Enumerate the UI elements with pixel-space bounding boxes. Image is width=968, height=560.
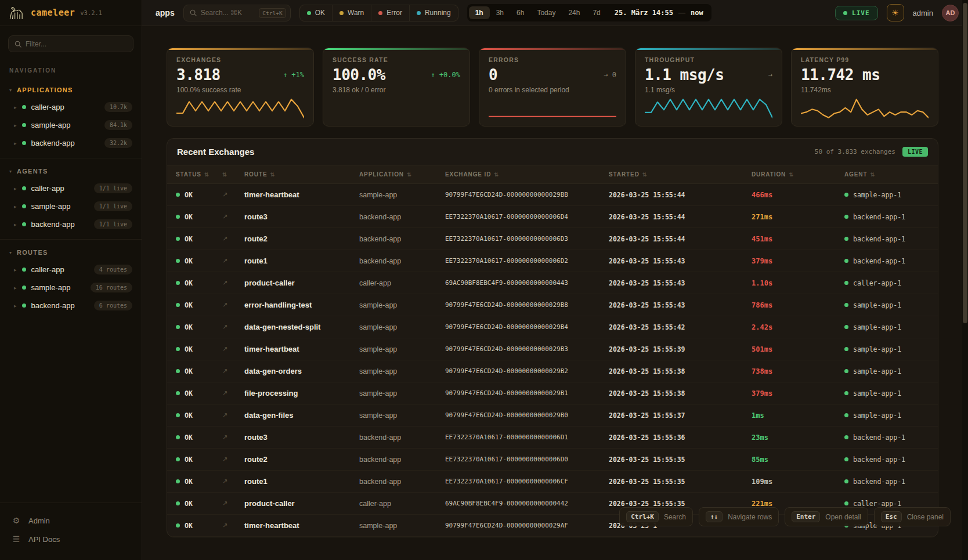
time-range-6h[interactable]: 6h	[510, 6, 530, 19]
open-trace-icon[interactable]: ↗	[222, 301, 244, 309]
table-row[interactable]: OK↗timer-heartbeatsample-app90799F47E6CD…	[167, 338, 938, 360]
status-filter-label: Error	[387, 9, 402, 17]
ok-status-dot	[176, 193, 180, 197]
cell-route: route3	[244, 212, 359, 221]
kpi-card-exchanges[interactable]: EXCHANGES3.818↑ +1%100.0% success rate	[167, 48, 314, 127]
avatar[interactable]: AD	[942, 5, 959, 21]
hint-kbd: Esc	[881, 511, 902, 522]
table-row[interactable]: OK↗route1backend-appEE7322370A10617-0000…	[167, 471, 938, 493]
table-row[interactable]: OK↗data-gen-orderssample-app90799F47E6CD…	[167, 360, 938, 382]
cell-agent: sample-app-1	[844, 323, 938, 331]
sidebar-item-backend-app[interactable]: ▸backend-app6 routes	[0, 297, 142, 315]
sidebar-item-sample-app[interactable]: ▸sample-app1/1 live	[0, 197, 142, 215]
cell-agent: backend-app-1	[844, 456, 938, 464]
section-header-applications[interactable]: ▾APPLICATIONS	[0, 82, 142, 98]
column-header-route[interactable]: ROUTE⇅	[244, 171, 359, 178]
section-header-agents[interactable]: ▾AGENTS	[0, 163, 142, 179]
open-trace-icon[interactable]: ↗	[222, 478, 244, 485]
sort-icon: ⇅	[407, 172, 411, 178]
table-row[interactable]: OK↗route3backend-appEE7322370A10617-0000…	[167, 427, 938, 449]
live-badge[interactable]: LIVE	[835, 6, 878, 20]
open-trace-icon[interactable]: ↗	[222, 433, 244, 441]
column-header-started[interactable]: STARTED⇅	[609, 171, 752, 178]
open-trace-icon[interactable]: ↗	[222, 257, 244, 265]
table-row[interactable]: OK↗timer-heartbeatsample-app90799F47E6CD…	[167, 184, 938, 206]
open-trace-icon[interactable]: ↗	[222, 456, 244, 463]
open-trace-icon[interactable]: ↗	[222, 411, 244, 419]
scrollbar-thumb[interactable]	[963, 3, 967, 323]
time-range-7d[interactable]: 7d	[586, 6, 606, 19]
hint-label: Navigate rows	[728, 513, 772, 521]
sidebar-item-backend-app[interactable]: ▸backend-app32.2k	[0, 134, 142, 152]
cell-route: data-gen-nested-split	[244, 323, 359, 331]
column-header-agent[interactable]: AGENT⇅	[844, 171, 938, 178]
open-trace-icon[interactable]: ↗	[222, 235, 244, 243]
kpi-subtitle: 0 errors in selected period	[489, 86, 616, 94]
status-filter-running[interactable]: Running	[409, 5, 458, 21]
status-label: OK	[185, 191, 193, 199]
table-row[interactable]: OK↗route1backend-appEE7322370A10617-0000…	[167, 250, 938, 272]
theme-toggle-button[interactable]: ☀	[887, 4, 904, 21]
table-row[interactable]: OK↗product-callercaller-app69AC90BF8EBC4…	[167, 272, 938, 294]
table-row[interactable]: OK↗file-processingsample-app90799F47E6CD…	[167, 382, 938, 404]
sidebar-item-caller-app[interactable]: ▸caller-app1/1 live	[0, 179, 142, 197]
open-trace-icon[interactable]: ↗	[222, 213, 244, 221]
status-label: OK	[185, 433, 193, 442]
kpi-card-errors[interactable]: ERRORS0→ 00 errors in selected period	[479, 48, 626, 127]
status-filter-warn[interactable]: Warn	[332, 5, 371, 21]
filter-input[interactable]	[26, 40, 127, 48]
table-row[interactable]: OK↗route3backend-appEE7322370A10617-0000…	[167, 206, 938, 228]
table-row[interactable]: OK↗error-handling-testsample-app90799F47…	[167, 294, 938, 316]
time-range-24h[interactable]: 24h	[562, 6, 586, 19]
sidebar-item-badge: 1/1 live	[94, 201, 132, 211]
cell-exchange-id: 90799F47E6CD24D-00000000000029B8	[445, 301, 609, 309]
cell-route: timer-heartbeat	[244, 521, 359, 530]
status-filter-ok[interactable]: OK	[300, 5, 332, 21]
open-trace-icon[interactable]: ↗	[222, 323, 244, 331]
sidebar-item-sample-app[interactable]: ▸sample-app16 routes	[0, 279, 142, 297]
time-range-3h[interactable]: 3h	[490, 6, 510, 19]
open-trace-icon[interactable]: ↗	[222, 367, 244, 375]
exchange-count: 50 of 3.833 exchanges	[815, 148, 895, 156]
column-header-exchange-id[interactable]: EXCHANGE ID⇅	[445, 171, 609, 178]
status-dot	[22, 304, 26, 308]
column-header-status[interactable]: STATUS⇅	[167, 171, 222, 178]
agent-label: sample-app-1	[853, 411, 901, 420]
sidebar-item-backend-app[interactable]: ▸backend-app1/1 live	[0, 215, 142, 233]
open-trace-icon[interactable]: ↗	[222, 279, 244, 287]
time-range-1h[interactable]: 1h	[469, 6, 490, 19]
table-row[interactable]: OK↗route2backend-appEE7322370A10617-0000…	[167, 228, 938, 250]
table-row[interactable]: OK↗data-gen-nested-splitsample-app90799F…	[167, 316, 938, 338]
sidebar-item-sample-app[interactable]: ▸sample-app84.1k	[0, 116, 142, 134]
column-header-duration[interactable]: DURATION⇅	[752, 171, 844, 178]
kpi-card-latency-p99[interactable]: LATENCY P9911.742 ms11.742ms	[791, 48, 938, 127]
column-header-link[interactable]: ⇅	[222, 172, 244, 178]
cell-route: data-gen-files	[244, 411, 359, 420]
status-filter-error[interactable]: Error	[371, 5, 409, 21]
table-row[interactable]: OK↗route2backend-appEE7322370A10617-0000…	[167, 449, 938, 471]
cell-duration: 23ms	[752, 433, 844, 442]
sidebar-item-caller-app[interactable]: ▸caller-app10.7k	[0, 98, 142, 116]
time-range-today[interactable]: Today	[530, 6, 562, 19]
section-header-routes[interactable]: ▾ROUTES	[0, 244, 142, 261]
footer-item-api-docs[interactable]: ☰API Docs	[9, 530, 132, 548]
open-trace-icon[interactable]: ↗	[222, 500, 244, 507]
card-accent-bar	[479, 48, 626, 50]
search-input[interactable]	[201, 9, 255, 17]
table-row[interactable]: OK↗data-gen-filessample-app90799F47E6CD2…	[167, 404, 938, 427]
column-header-application[interactable]: APPLICATION⇅	[359, 171, 445, 178]
open-trace-icon[interactable]: ↗	[222, 191, 244, 198]
open-trace-icon[interactable]: ↗	[222, 522, 244, 529]
sidebar-item-caller-app[interactable]: ▸caller-app4 routes	[0, 261, 142, 279]
sort-icon: ⇅	[204, 172, 209, 178]
page-scrollbar[interactable]	[962, 0, 968, 560]
open-trace-icon[interactable]: ↗	[222, 389, 244, 397]
kpi-card-throughput[interactable]: THROUGHPUT1.1 msg/s→1.1 msg/s	[635, 48, 782, 127]
kpi-card-success-rate[interactable]: SUCCESS RATE100.0%↑ +0.0%3.818 ok / 0 er…	[323, 48, 470, 127]
sidebar-filter[interactable]	[8, 35, 133, 52]
date-range-display[interactable]: 25. März 14:55—now	[615, 9, 703, 17]
open-trace-icon[interactable]: ↗	[222, 345, 244, 353]
footer-item-admin[interactable]: ⚙Admin	[9, 511, 132, 530]
global-search[interactable]: Ctrl+K	[183, 5, 291, 21]
kpi-label: EXCHANGES	[176, 56, 304, 63]
